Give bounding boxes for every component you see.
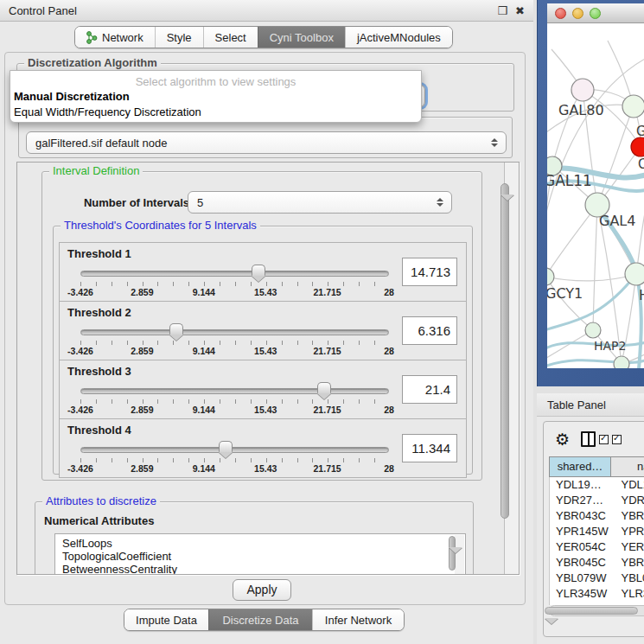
table-cell[interactable]: YBL0 bbox=[612, 571, 644, 586]
threshold-value-field[interactable]: 21.4 bbox=[402, 375, 457, 404]
table-row[interactable]: YBR045CYBR0 bbox=[550, 555, 644, 571]
network-node-label: HAP2 bbox=[594, 339, 626, 353]
table-cell[interactable]: YBR0 bbox=[612, 508, 644, 524]
checkbox-checked-icon[interactable] bbox=[599, 435, 609, 444]
table-cell[interactable]: YDR27… bbox=[550, 493, 612, 508]
network-node[interactable] bbox=[547, 268, 554, 285]
network-node[interactable] bbox=[614, 356, 629, 368]
tab-infer-network[interactable]: Infer Network bbox=[312, 609, 404, 630]
slider-thumb[interactable] bbox=[219, 441, 233, 452]
close-traffic-light-icon[interactable] bbox=[555, 8, 566, 19]
table-row[interactable]: YPR145WYPR1 bbox=[550, 524, 644, 539]
threshold-slider[interactable]: -3.4262.8599.14415.4321.71528 bbox=[80, 267, 389, 300]
slider-track[interactable] bbox=[80, 388, 389, 394]
network-node[interactable] bbox=[571, 79, 594, 101]
dropdown-prompt-item[interactable]: Select algorithm to view settings bbox=[10, 74, 421, 89]
list-scrollbar[interactable] bbox=[455, 535, 464, 575]
threshold-label: Threshold 3 bbox=[67, 365, 131, 378]
table-panel-region: Table Panel ⚙ shared… na YDL19…YDL1YDR27… bbox=[537, 393, 644, 644]
tab-cyni-toolbox[interactable]: Cyni Toolbox bbox=[258, 27, 345, 48]
control-panel-tab-bar: Network Style Select Cyni Toolbox jActiv… bbox=[74, 26, 453, 48]
table-cell[interactable]: YER054C bbox=[550, 539, 612, 555]
table-row[interactable]: YBR043CYBR0 bbox=[550, 508, 644, 524]
combobox-value: galFiltered.sif default node bbox=[35, 137, 167, 150]
threshold-value-field[interactable]: 11.344 bbox=[402, 434, 457, 462]
attribute-item[interactable]: SelfLoops bbox=[62, 537, 465, 550]
scrollbar-thumb[interactable] bbox=[545, 607, 638, 615]
threshold-label: Threshold 1 bbox=[67, 247, 131, 260]
network-node[interactable] bbox=[631, 137, 644, 156]
dropdown-option-manual-discretization[interactable]: Manual Discretization bbox=[10, 89, 421, 105]
tick-label: 28 bbox=[384, 463, 394, 474]
table-row[interactable]: YDL19…YDL1 bbox=[550, 477, 644, 493]
checkbox-checked-icon[interactable] bbox=[612, 435, 622, 444]
table-row[interactable]: YLR345WYLR3 bbox=[550, 586, 644, 602]
table-cell[interactable]: YBR045C bbox=[550, 555, 612, 571]
table-cell[interactable]: YER0 bbox=[612, 539, 644, 555]
table-cell[interactable]: YBR043C bbox=[550, 508, 612, 524]
threshold-value-field[interactable]: 14.713 bbox=[402, 258, 457, 286]
table-cell[interactable]: YBL079W bbox=[550, 571, 612, 586]
slider-thumb[interactable] bbox=[252, 265, 265, 276]
column-header-shared-name[interactable]: shared… bbox=[549, 456, 611, 477]
table-cell[interactable]: YLR3 bbox=[612, 586, 644, 602]
table-rows: YDL19…YDL1YDR27…YDR2YBR043CYBR0YPR145WYP… bbox=[549, 477, 644, 605]
network-node[interactable] bbox=[622, 95, 644, 118]
tick-label: 2.859 bbox=[131, 463, 153, 474]
attribute-item[interactable]: TopologicalCoefficient bbox=[62, 550, 465, 563]
scrollbar-thumb[interactable] bbox=[501, 183, 509, 519]
table-horizontal-scrollbar[interactable] bbox=[549, 605, 644, 616]
tab-network[interactable]: Network bbox=[75, 27, 155, 48]
table-cell[interactable]: YDL19… bbox=[550, 477, 612, 493]
minimize-traffic-light-icon[interactable] bbox=[572, 8, 583, 19]
settings-vertical-scrollbar[interactable] bbox=[504, 163, 519, 574]
tab-jactivemnodules[interactable]: jActiveMNodules bbox=[345, 27, 452, 48]
network-node[interactable] bbox=[625, 263, 644, 285]
numerical-attributes-label: Numerical Attributes bbox=[44, 514, 154, 527]
tick-label: -3.426 bbox=[67, 346, 93, 356]
slider-track[interactable] bbox=[80, 447, 389, 453]
tab-discretize-data[interactable]: Discretize Data bbox=[208, 609, 312, 630]
slider-track[interactable] bbox=[80, 271, 389, 277]
threshold-slider[interactable]: -3.4262.8599.14415.4321.71528 bbox=[80, 443, 389, 476]
tab-select[interactable]: Select bbox=[203, 27, 258, 48]
table-cell[interactable]: YDR2 bbox=[612, 493, 644, 508]
table-cell[interactable]: YLR345W bbox=[550, 586, 612, 602]
threshold-slider[interactable]: -3.4262.8599.14415.4321.71528 bbox=[80, 326, 389, 359]
number-of-intervals-combobox[interactable]: 5 bbox=[188, 191, 452, 214]
slider-track[interactable] bbox=[80, 329, 389, 335]
tab-impute-data[interactable]: Impute Data bbox=[124, 609, 208, 630]
threshold-value-field[interactable]: 6.316 bbox=[402, 316, 457, 345]
tab-label: Discretize Data bbox=[222, 614, 298, 627]
threshold-list: Threshold 1 -3.4262.8599.14415.4321.7152… bbox=[59, 242, 467, 477]
apply-button[interactable]: Apply bbox=[233, 579, 291, 601]
settings-gear-icon[interactable]: ⚙ bbox=[555, 431, 570, 448]
tab-style[interactable]: Style bbox=[155, 27, 203, 48]
float-window-icon[interactable]: ❒ bbox=[497, 5, 507, 16]
table-cell[interactable]: YPR1 bbox=[612, 524, 644, 539]
close-window-icon[interactable]: ✖ bbox=[515, 5, 525, 16]
dropdown-option-equal-width-frequency[interactable]: Equal Width/Frequency Discretization bbox=[10, 105, 421, 120]
column-header-name[interactable]: na bbox=[611, 456, 644, 477]
table-cell[interactable]: YDL1 bbox=[612, 477, 644, 493]
attribute-item[interactable]: BetweennessCentrality bbox=[62, 563, 465, 575]
table-data-combobox[interactable]: galFiltered.sif default node bbox=[26, 131, 507, 154]
network-window-titlebar[interactable] bbox=[547, 3, 644, 23]
network-node-label: GCY1 bbox=[547, 285, 583, 302]
tab-label: Infer Network bbox=[325, 614, 392, 627]
zoom-traffic-light-icon[interactable] bbox=[590, 8, 601, 19]
numerical-attributes-list[interactable]: SelfLoopsTopologicalCoefficientBetweenne… bbox=[54, 533, 466, 575]
network-canvas[interactable]: GAL80GACGAL11GAL4GCY1HHAP2 bbox=[547, 23, 644, 368]
table-cell[interactable]: YPR145W bbox=[550, 524, 612, 539]
table-cell[interactable]: YBR0 bbox=[612, 555, 644, 571]
threshold-slider[interactable]: -3.4262.8599.14415.4321.71528 bbox=[80, 385, 389, 418]
split-columns-icon[interactable] bbox=[581, 431, 596, 447]
tab-label: Impute Data bbox=[136, 614, 197, 627]
slider-thumb[interactable] bbox=[169, 323, 183, 335]
table-row[interactable]: YDR27…YDR2 bbox=[550, 493, 644, 508]
network-node-label: C bbox=[638, 156, 644, 172]
table-row[interactable]: YBL079WYBL0 bbox=[550, 571, 644, 586]
network-node[interactable] bbox=[585, 322, 601, 338]
table-row[interactable]: YER054CYER0 bbox=[550, 539, 644, 555]
slider-thumb[interactable] bbox=[317, 382, 331, 393]
